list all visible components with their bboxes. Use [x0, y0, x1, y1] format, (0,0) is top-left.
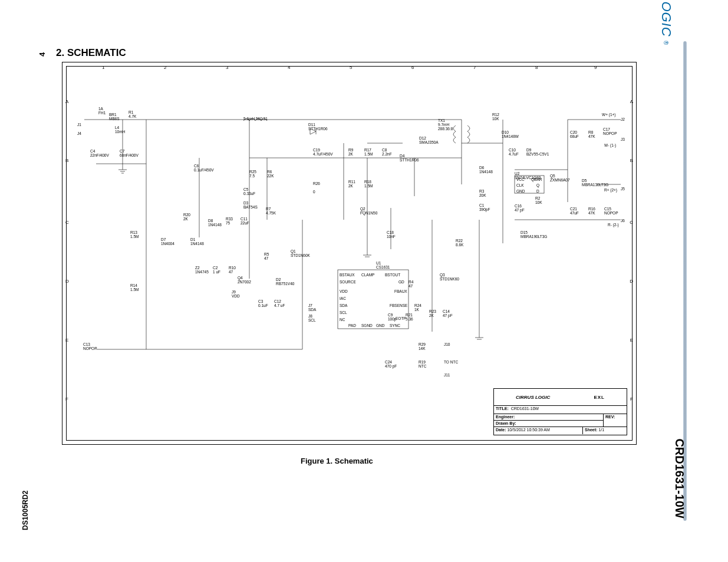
comp-Q5: Q5ZXMN6A07 [550, 174, 570, 182]
comp-Q2: Q2FQN1N50 [360, 207, 377, 215]
u1-vdd: VDD [340, 289, 348, 293]
comp-Q3: Q3STD1NK60 [440, 273, 459, 281]
comp-C8: C82.2nF [382, 148, 392, 156]
conn-J2: J2 [621, 117, 625, 121]
schematic-frame: 1 2 3 4 5 6 7 8 9 A B C D E F A B C D E … [62, 62, 637, 445]
comp-D3: D3BAT54S [243, 201, 258, 209]
comp-R8: R847K [588, 130, 595, 138]
comp-R11: R112K [348, 180, 355, 188]
comp-C4: C422nF/400V [90, 149, 109, 157]
u1-gnd: GND [376, 323, 384, 328]
u1-eotp: EOTP [396, 316, 406, 320]
comp-L4: L410mH [115, 125, 125, 134]
comp-D4: D4STTH1R06 [400, 154, 419, 162]
comp-C12: C124.7 uF [274, 299, 285, 308]
comp-C19: C194.7uF/450V [313, 148, 333, 156]
u1-sgnd: SGND [361, 323, 373, 328]
u1-fbsense: FBSENSE [390, 303, 407, 308]
comp-D7: D71N4004 [161, 237, 174, 246]
comp-R6: R622K [267, 170, 274, 178]
comp-R26: R260 [313, 181, 320, 194]
comp-R9: R92K [348, 148, 353, 156]
conn-J4: J4 [77, 131, 81, 135]
comp-TX1: TX19.7mH 288:36:8 [438, 118, 453, 131]
comp-C24: C24470 pF [385, 360, 397, 368]
comp-D15: D15MBRA190LT3G [521, 230, 547, 239]
comp-D10: D101N4148W [502, 130, 519, 138]
product-number: CRD1631-10W [673, 438, 686, 518]
u1-clamp: CLAMP [361, 273, 374, 277]
tb-engineer: Engineer: [494, 414, 603, 420]
conn-J8: J8SCL [308, 314, 316, 322]
conn-Wminus: W- (1-) [604, 143, 616, 147]
conn-Rplus: R+ (2+) [604, 188, 617, 192]
u2-q: Q [536, 183, 539, 187]
comp-C5: C50.33uF [243, 187, 255, 196]
conn-J1: J1 [77, 123, 81, 127]
conn-J3: J3 [621, 137, 625, 141]
u1-bstaux: BSTAUX [340, 273, 355, 277]
schematic-svg [67, 67, 633, 441]
u1-iac: IAC [340, 296, 346, 300]
comp-C1: C1390pF [479, 203, 490, 211]
comp-C2: C21 uF [213, 266, 220, 274]
comp-R33: R3375 [226, 217, 233, 225]
u2-d: D [536, 189, 539, 193]
u2-gnd: GND [516, 189, 525, 193]
comp-R18: R181.5M [364, 180, 373, 188]
conn-tontc: TO NTC [444, 360, 458, 364]
comp-R22: R228.6K [456, 239, 463, 247]
comp-C3: C30.1uF [258, 299, 268, 308]
comp-R20: R202K [183, 213, 190, 221]
tb-sheet: Sheet: 1/1 [582, 427, 627, 434]
comp-BR1: BR1MB6S [109, 113, 120, 121]
tb-date: Date: 10/5/2012 10:50:39 AM [494, 427, 582, 434]
comp-Q1: Q1STD1N60K [291, 249, 310, 257]
comp-D5: D5MBRA130LT3G [582, 178, 608, 187]
comp-R1: R14.7K [129, 110, 136, 118]
section-heading: 2. SCHEMATIC [56, 47, 126, 59]
brand-reg: ® [663, 41, 670, 45]
conn-J5: J5 [621, 187, 625, 191]
u2-clk: CLK [516, 183, 524, 187]
brand-logo: CIRRUS LOGIC ® [658, 0, 674, 45]
comp-C17: C17NOPOP [603, 127, 617, 135]
u1-source: SOURCE [340, 280, 356, 284]
u1-sda: SDA [340, 303, 347, 308]
comp-C16: C1647 pF [515, 204, 525, 212]
u1-gd: GD [398, 280, 404, 284]
comp-U1: U1CS1631 [376, 261, 390, 269]
tb-rev: REV: [603, 414, 627, 427]
comp-D9: D9BZV55-C5V1 [526, 148, 549, 156]
u1-bstout: BSTOUT [385, 273, 400, 277]
figure-caption: Figure 1. Schematic [301, 457, 373, 465]
comp-Z2: Z21N4745 [195, 266, 209, 274]
comp-C18: C1810nF [387, 230, 396, 239]
comp-R3: R320K [479, 189, 486, 197]
comp-R4: R447 [409, 280, 413, 288]
comp-C14: C1447 pF [443, 309, 453, 318]
u1-fbaux: FBAUX [394, 289, 407, 293]
tb-title: TITLE: CRD1631-10W [494, 405, 627, 414]
comp-R13: R131.5M [130, 230, 139, 239]
comp-R14: R141.5M [130, 283, 139, 292]
comp-R10: R1047 [229, 266, 236, 274]
comp-R21: R215.36 [406, 313, 413, 321]
comp-R25: R257.5 [249, 170, 256, 178]
titleblock: CIRRUS LOGIC EXL TITLE: CRD1631-10W Engi… [493, 388, 627, 435]
comp-D8: D81N4148 [208, 219, 222, 227]
comp-FH1: 1AFH1 [98, 107, 106, 115]
u1-nc: NC [340, 318, 345, 322]
schematic-inner-frame: 1 2 3 4 5 6 7 8 9 A B C D E F A B C D E … [66, 66, 633, 441]
tb-logo1: CIRRUS LOGIC [516, 395, 550, 400]
comp-D6: D61N4148 [479, 166, 493, 174]
tb-drawn: Drawn By: [494, 420, 603, 427]
comp-C15: C15NOPOP [604, 207, 618, 215]
comp-R2: R210K [535, 196, 542, 204]
comp-R29: R2914K [419, 342, 426, 351]
comp-L1: 5.6mH 560:31 [243, 117, 268, 121]
comp-D11: D11STTH1R06 [308, 123, 328, 131]
footer-doc-code: DS1005RD2 [21, 491, 29, 530]
comp-C6: C60.1uF/450V [194, 164, 214, 172]
comp-D12: D12SMAJ350A [419, 136, 439, 144]
